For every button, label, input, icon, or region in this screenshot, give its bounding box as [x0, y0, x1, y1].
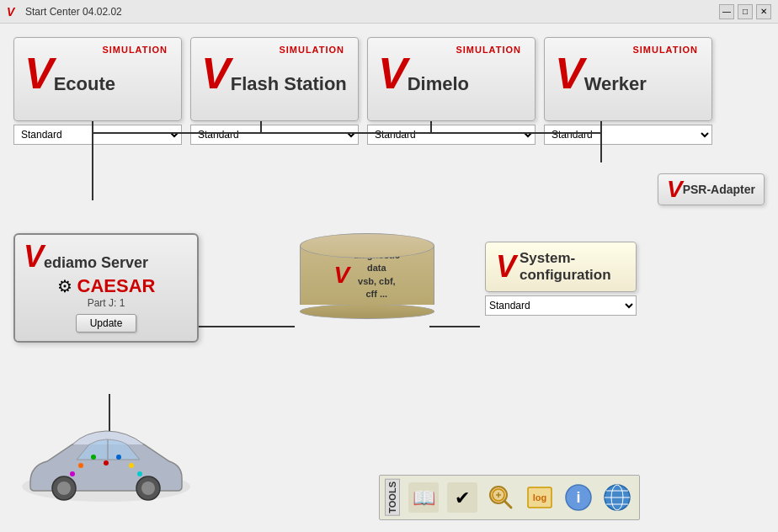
svg-point-20 — [137, 471, 142, 476]
sysconfig-section: V System- configuration Standard — [485, 242, 637, 343]
title-bar: V Start Center 04.02.02 — □ ✕ — [0, 0, 778, 24]
tools-bar: TOOLS 📖 ✔ log — [379, 475, 640, 520]
sysconfig-box[interactable]: V System- configuration — [485, 242, 637, 292]
svg-point-14 — [78, 463, 83, 468]
tool-web[interactable] — [600, 481, 634, 514]
svg-text:📖: 📖 — [413, 487, 436, 509]
ecoute-dropdown[interactable]: Standard — [13, 125, 182, 145]
car-illustration — [13, 419, 199, 520]
sim-box-flash-station[interactable]: SIMULATION VFlash Station — [190, 37, 359, 121]
svg-point-13 — [141, 481, 155, 495]
app-icon: V — [7, 5, 20, 19]
sysconfig-name: System- configuration — [520, 250, 611, 285]
svg-line-27 — [504, 501, 511, 508]
v-logo-flash-station: V — [201, 51, 231, 95]
vediamo-v-logo: V — [24, 242, 44, 272]
sysconfig-dropdown[interactable]: Standard — [485, 295, 637, 316]
part-j-text: Part J: 1 — [24, 297, 189, 309]
svg-point-11 — [57, 481, 71, 495]
tools-label: TOOLS — [385, 479, 400, 516]
tool-search[interactable] — [484, 481, 518, 514]
caesar-text: CAESAR — [77, 275, 156, 297]
svg-text:log: log — [533, 492, 547, 503]
v-logo-ecoute: V — [24, 51, 54, 95]
sysconfig-v-logo: V — [496, 249, 516, 285]
v-logo-dimelo: V — [378, 51, 408, 95]
sim-box-ecoute[interactable]: SIMULATION VEcoute — [13, 37, 182, 121]
window-title: Start Center 04.02.02 — [25, 6, 122, 18]
svg-point-16 — [104, 460, 109, 466]
app-name-werker: Werker — [584, 73, 647, 95]
dropdown-row: Standard Standard Standard Standard — [13, 125, 765, 145]
svg-point-15 — [91, 455, 96, 460]
vediamo-server-name: ediamo Server — [44, 254, 148, 272]
simulation-boxes-row: SIMULATION VEcoute SIMULATION VFlash Sta… — [13, 37, 765, 121]
sim-box-werker[interactable]: SIMULATION VWerker — [544, 37, 712, 121]
car-svg — [13, 419, 199, 512]
flash-station-dropdown[interactable]: Standard — [190, 125, 359, 145]
svg-point-17 — [116, 455, 121, 460]
v-logo-werker: V — [555, 51, 584, 95]
cylinder-top — [300, 233, 434, 258]
tool-check[interactable]: ✔ — [445, 481, 479, 514]
cylinder-bottom — [300, 304, 434, 319]
psr-name: PSR-Adapter — [683, 183, 755, 196]
close-button[interactable]: ✕ — [756, 4, 771, 19]
tool-log[interactable]: log — [523, 481, 557, 514]
maximize-button[interactable]: □ — [738, 4, 753, 19]
svg-point-18 — [129, 463, 134, 468]
minimize-button[interactable]: — — [719, 4, 734, 19]
svg-text:i: i — [576, 489, 580, 506]
dimelo-dropdown[interactable]: Standard — [367, 125, 536, 145]
tool-help[interactable]: 📖 — [407, 481, 440, 514]
werker-dropdown[interactable]: Standard — [544, 125, 712, 145]
diagnostic-cylinder[interactable]: V diagnostic data vsb, cbf, cff ... — [300, 233, 434, 343]
vediamo-server-box: V ediamo Server ⚙ CAESAR Part J: 1 Updat… — [13, 233, 199, 343]
sim-box-dimelo[interactable]: SIMULATION VDimelo — [367, 37, 536, 121]
app-name-ecoute: Ecoute — [54, 73, 115, 95]
diag-v-logo: V — [334, 262, 350, 289]
svg-point-19 — [70, 471, 75, 476]
update-button[interactable]: Update — [76, 314, 137, 332]
app-name-flash-station: Flash Station — [231, 73, 347, 95]
psr-v-logo: V — [667, 178, 683, 201]
caesar-icon: ⚙ — [57, 276, 72, 296]
tool-info[interactable]: i — [562, 481, 595, 514]
app-name-dimelo: Dimelo — [408, 73, 469, 95]
psr-adapter-box[interactable]: V PSR-Adapter — [658, 173, 765, 205]
svg-text:✔: ✔ — [455, 487, 470, 508]
